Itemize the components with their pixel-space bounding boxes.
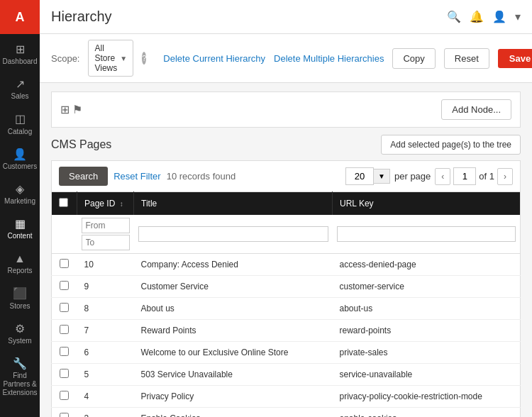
select-all-th <box>52 192 77 216</box>
search-button[interactable]: Search <box>59 167 108 186</box>
table-row: 9 Customer Service customer-service <box>52 276 521 298</box>
sidebar-item-label: Find Partners & Extensions <box>3 372 38 397</box>
row-url-key: enable-cookies <box>333 408 521 418</box>
select-all-checkbox[interactable] <box>59 198 68 207</box>
sidebar-item-label: Marketing <box>4 197 35 206</box>
sidebar-item-system[interactable]: ⚙ System <box>0 316 40 351</box>
sidebar-item-label: Dashboard <box>3 57 38 66</box>
copy-button[interactable]: Copy <box>392 48 435 69</box>
delete-multiple-hierarchies-link[interactable]: Delete Multiple Hierarchies <box>274 53 384 64</box>
cms-pages-table: Page ID ↕ Title URL Key <box>51 191 521 417</box>
filter-from-input[interactable] <box>82 218 130 233</box>
chevron-down-icon: ▼ <box>120 55 127 62</box>
row-checkbox-cell <box>52 276 77 298</box>
sort-icon: ↕ <box>120 200 123 208</box>
row-title: 503 Service Unavailable <box>134 364 333 386</box>
sidebar-item-dashboard[interactable]: ⊞ Dashboard <box>0 37 40 72</box>
search-icon[interactable]: 🔍 <box>447 10 461 23</box>
node-expand-icon[interactable]: ⊞ <box>60 103 70 116</box>
cms-pages-header: CMS Pages Add selected page(s) to the tr… <box>51 135 521 155</box>
node-area: ⊞ ⚑ Add Node... <box>51 91 521 128</box>
top-header: Hierarchy 🔍 🔔 👤 ▾ <box>40 0 532 34</box>
scope-label: Scope: <box>51 53 79 64</box>
row-page-id: 7 <box>77 320 134 342</box>
user-icon[interactable]: 👤 <box>492 10 506 23</box>
more-icon[interactable]: ▾ <box>515 10 521 23</box>
sidebar-item-content[interactable]: ▦ Content <box>0 211 40 246</box>
page-nav: ‹ of 1 › <box>435 167 513 185</box>
filter-row <box>52 215 521 254</box>
sidebar-item-label: Sales <box>11 92 28 101</box>
row-page-id: 6 <box>77 342 134 364</box>
filter-url-cell <box>333 215 521 254</box>
sidebar-item-sales[interactable]: ↗ Sales <box>0 72 40 106</box>
row-checkbox[interactable] <box>60 413 69 417</box>
reports-icon: ▲ <box>14 252 26 265</box>
sidebar-item-catalog[interactable]: ◫ Catalog <box>0 106 40 141</box>
reset-button[interactable]: Reset <box>444 48 489 69</box>
page-number-input[interactable] <box>453 167 476 185</box>
main-area: Hierarchy 🔍 🔔 👤 ▾ Scope: All Store Views… <box>40 0 532 417</box>
row-title: Reward Points <box>134 320 333 342</box>
page-id-header[interactable]: Page ID ↕ <box>77 192 134 216</box>
sales-icon: ↗ <box>16 77 25 91</box>
prev-page-button[interactable]: ‹ <box>435 168 450 185</box>
delete-current-hierarchy-link[interactable]: Delete Current Hierarchy <box>163 53 265 64</box>
marketing-icon: ◈ <box>16 182 24 196</box>
row-checkbox[interactable] <box>60 303 69 312</box>
filter-checkbox-cell <box>52 215 77 254</box>
row-checkbox[interactable] <box>60 259 69 268</box>
row-page-id: 9 <box>77 276 134 298</box>
row-checkbox-cell <box>52 342 77 364</box>
save-button[interactable]: Save <box>498 49 532 68</box>
bell-icon[interactable]: 🔔 <box>470 10 484 23</box>
per-page-arrow-button[interactable]: ▼ <box>374 169 390 184</box>
next-page-button[interactable]: › <box>497 168 513 185</box>
row-checkbox-cell <box>52 386 77 408</box>
sidebar-item-reports[interactable]: ▲ Reports <box>0 246 40 281</box>
filter-from-to <box>82 218 130 250</box>
search-bar: Search Reset Filter 10 records found ▼ p… <box>51 160 521 191</box>
row-checkbox[interactable] <box>60 369 69 378</box>
per-page-input[interactable] <box>345 167 374 185</box>
of-label: of 1 <box>479 171 494 182</box>
table-body: 10 Company: Access Denied access-denied-… <box>52 254 521 418</box>
table-row: 10 Company: Access Denied access-denied-… <box>52 254 521 276</box>
node-flag-icon[interactable]: ⚑ <box>72 103 82 116</box>
table-row: 8 About us about-us <box>52 298 521 320</box>
row-url-key: privacy-policy-cookie-restriction-mode <box>333 386 521 408</box>
row-url-key: service-unavailable <box>333 364 521 386</box>
row-url-key: about-us <box>333 298 521 320</box>
row-checkbox[interactable] <box>60 391 69 400</box>
sidebar-item-find-partners[interactable]: 🔧 Find Partners & Extensions <box>0 351 40 403</box>
add-selected-pages-button[interactable]: Add selected page(s) to the tree <box>381 135 521 155</box>
filter-page-id-cell <box>77 215 134 254</box>
table-header-row: Page ID ↕ Title URL Key <box>52 192 521 216</box>
table-row: 6 Welcome to our Exclusive Online Store … <box>52 342 521 364</box>
row-title: About us <box>134 298 333 320</box>
row-checkbox[interactable] <box>60 347 69 356</box>
cms-pages-title: CMS Pages <box>51 138 111 151</box>
row-url-key: reward-points <box>333 320 521 342</box>
sidebar-item-marketing[interactable]: ◈ Marketing <box>0 177 40 211</box>
row-checkbox[interactable] <box>60 325 69 334</box>
sidebar-item-customers[interactable]: 👤 Customers <box>0 142 40 177</box>
filter-title-input[interactable] <box>138 226 328 242</box>
scope-select[interactable]: All Store Views ▼ <box>88 40 133 77</box>
title-header: Title <box>134 192 333 216</box>
row-checkbox[interactable] <box>60 281 69 290</box>
sidebar-item-stores[interactable]: ⬛ Stores <box>0 281 40 316</box>
reset-filter-button[interactable]: Reset Filter <box>113 171 160 182</box>
row-title: Company: Access Denied <box>134 254 333 276</box>
filter-url-input[interactable] <box>337 226 516 242</box>
filter-to-input[interactable] <box>82 235 130 250</box>
dashboard-icon: ⊞ <box>16 43 25 56</box>
table-row: 5 503 Service Unavailable service-unavai… <box>52 364 521 386</box>
add-node-button[interactable]: Add Node... <box>441 99 511 120</box>
help-icon[interactable]: ? <box>142 52 146 65</box>
node-icons: ⊞ ⚑ <box>60 103 82 116</box>
row-title: Privacy Policy <box>134 386 333 408</box>
row-checkbox-cell <box>52 298 77 320</box>
catalog-icon: ◫ <box>15 112 26 126</box>
records-found: 10 records found <box>167 171 236 182</box>
